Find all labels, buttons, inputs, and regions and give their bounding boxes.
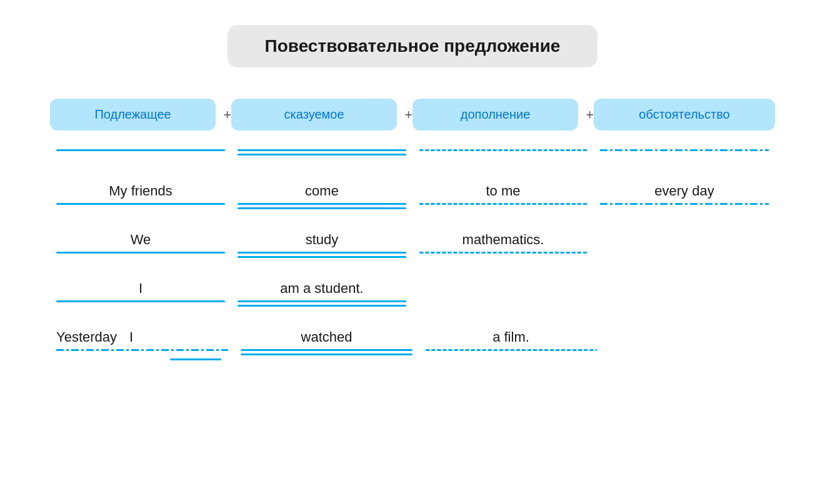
predicate-underline-1 (238, 149, 406, 151)
row4-watched-text: watched (301, 329, 352, 345)
header-underlines (38, 149, 788, 156)
row2-predicate-underline (238, 252, 406, 258)
header-cell-object: дополнение + (412, 99, 594, 131)
row1-predicate: come (231, 177, 412, 212)
subject-underline (56, 149, 225, 151)
row3-adverbial (594, 274, 775, 309)
row4-yesterday-text: Yesterday (56, 329, 117, 345)
row1-subject: My friends (50, 177, 231, 212)
row2-object-text: mathematics. (462, 232, 544, 248)
header-label-adverbial: обстоятельство (594, 99, 775, 131)
underline-adverbial (594, 149, 775, 156)
underline-subject (50, 149, 231, 156)
object-underline (419, 149, 588, 151)
row1-subject-text: My friends (109, 183, 172, 199)
row4-words: Yesterday I (56, 329, 228, 345)
header-cell-predicate: сказуемое + (231, 99, 412, 131)
header-row: Подлежащее + сказуемое + дополнение + об… (38, 99, 788, 131)
row2-subject-text: We (131, 232, 151, 248)
row2-predicate-text: study (306, 232, 339, 248)
row1-object-text: to me (486, 183, 520, 199)
row1-predicate-text: come (305, 183, 339, 199)
row1-adverbial-text: every day (654, 183, 714, 199)
row3-subject-text: I (139, 280, 142, 297)
adverbial-underline (600, 149, 769, 151)
row2-adverbial (594, 225, 775, 260)
header-label-predicate: сказуемое (231, 99, 397, 131)
row4-film-text: a film. (492, 329, 529, 345)
header-label-subject: Подлежащее (50, 99, 216, 131)
row1-adverbial: every day (594, 177, 775, 212)
row3-predicate: am a student. (231, 274, 412, 309)
data-row-3: I am a student. (38, 274, 788, 309)
plus-3: + (586, 107, 594, 123)
row2-object: mathematics. (412, 225, 594, 260)
row3-predicate-text: am a student. (280, 280, 363, 297)
row1-subject-underline (56, 203, 225, 205)
row1-object: to me (412, 177, 594, 212)
row4-col1-underline (56, 349, 228, 360)
main-table: Подлежащее + сказуемое + дополнение + об… (38, 99, 788, 368)
data-row-2: We study mathematics. (38, 225, 788, 260)
row2-subject: We (50, 225, 231, 260)
plus-2: + (404, 107, 412, 123)
row4-predicate-underline (241, 349, 412, 355)
title-box: Повествовательное предложение (228, 25, 598, 67)
row4-object: a film. (419, 323, 603, 363)
header-label-object: дополнение (412, 99, 578, 131)
row2-object-underline (419, 252, 588, 254)
plus-1: + (223, 107, 231, 123)
data-row-1: My friends come to me every day (38, 177, 788, 212)
row3-subject-underline (56, 300, 225, 302)
page-title: Повествовательное предложение (265, 36, 561, 56)
data-row-4: Yesterday I watched a film. (38, 323, 788, 363)
row3-subject: I (50, 274, 231, 309)
header-cell-adverbial: обстоятельство (594, 99, 775, 131)
row4-i-text: I (129, 329, 133, 345)
predicate-underline-2 (238, 154, 406, 156)
row1-object-underline (419, 203, 588, 205)
row4-subject-adverbial: Yesterday I (50, 323, 234, 363)
title-container: Повествовательное предложение (228, 25, 598, 99)
row4-adverbial (603, 323, 775, 363)
header-cell-subject: Подлежащее + (50, 99, 231, 131)
row1-predicate-underline (238, 203, 406, 209)
underline-predicate (231, 149, 412, 156)
row4-predicate: watched (234, 323, 419, 363)
underline-object (412, 149, 594, 156)
row2-subject-underline (56, 252, 225, 254)
row3-predicate-underline (238, 300, 406, 307)
row2-predicate: study (231, 225, 412, 260)
row3-object (412, 274, 594, 309)
row4-object-underline (425, 349, 597, 351)
row1-adverbial-underline (600, 203, 769, 205)
